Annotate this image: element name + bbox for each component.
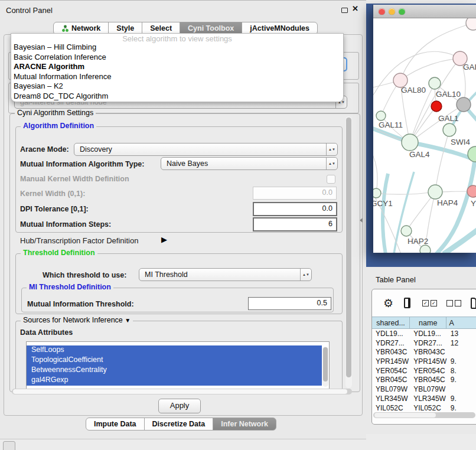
table-hscrollbar[interactable] — [373, 412, 475, 418]
table-row[interactable]: YDR27...YDR27...12 — [372, 338, 476, 348]
columns-icon[interactable] — [404, 298, 410, 308]
aracne-mode-combobox[interactable]: Discovery ▲▼ — [74, 143, 338, 156]
table-row[interactable]: YER054CYER054C8. — [372, 366, 476, 376]
table-body[interactable]: YDL19...YDL19...13YDR27...YDR27...12YBR0… — [372, 329, 476, 412]
table-cell: YIL052C — [372, 403, 410, 413]
table-row[interactable]: YBR043CYBR043C — [372, 347, 476, 357]
sources-collapse-icon[interactable]: ▼ — [125, 317, 131, 324]
table-row[interactable]: YLR345WYLR345W9. — [372, 394, 476, 403]
hub-expand-icon[interactable]: ▶ — [161, 235, 167, 244]
table-cell: YDR27... — [372, 338, 410, 348]
algorithm-option-bayesian-k2[interactable]: Bayesian – K2 — [11, 81, 343, 92]
algorithm-option-dream8-dc-tdc-algorithm[interactable]: Dream8 DC_TDC Algorithm — [11, 92, 343, 102]
network-node-gal11[interactable] — [376, 111, 386, 120]
combo-stepper-icon: ▲▼ — [300, 269, 311, 281]
table-cell: YBR045C — [410, 375, 447, 384]
unchecked-checkboxes-icon[interactable] — [446, 300, 461, 306]
table-panel-title: Table Panel — [376, 275, 416, 284]
which-threshold-combobox[interactable]: MI Threshold ▲▼ — [139, 268, 312, 281]
network-node-gal10[interactable] — [429, 77, 441, 89]
table-row[interactable]: YBR045CYBR045C9. — [372, 375, 476, 384]
bottom-tab-impute-data-label: Impute Data — [94, 420, 136, 428]
minimize-button[interactable] — [389, 8, 395, 15]
bottom-tabs: Impute DataDiscretize DataInfer Network — [86, 418, 276, 431]
column-header-name[interactable]: name — [410, 317, 446, 329]
table-row[interactable]: YBL079WYBL079W — [372, 384, 476, 394]
attribute-item-betweennesscentrality[interactable]: BetweennessCentrality — [27, 366, 322, 376]
network-node-y[interactable] — [467, 185, 476, 197]
network-node-gcy1[interactable] — [373, 188, 381, 198]
data-attributes-label: Data Attributes — [20, 328, 73, 337]
zoom-button[interactable] — [399, 8, 405, 15]
tab-jactivemnodules-label: jActiveMNodules — [250, 24, 309, 32]
column-header-shared[interactable]: shared... — [372, 317, 410, 329]
table-row[interactable]: YIL052CYIL052C9. — [372, 403, 476, 413]
apply-button[interactable]: Apply — [158, 399, 201, 413]
mi-threshold-input[interactable]: 0.5 — [248, 297, 331, 310]
mi-type-combobox[interactable]: Naive Bayes ▲▼ — [161, 157, 338, 170]
close-panel-icon[interactable]: ✕ — [352, 4, 358, 13]
tab-select-label: Select — [150, 24, 172, 32]
settings-scrollbar[interactable] — [345, 116, 352, 388]
bottom-tab-impute-data[interactable]: Impute Data — [86, 418, 145, 431]
table-toolbar: ⚙ ✓ ✓ — [372, 289, 476, 317]
aracne-mode-value: Discovery — [80, 145, 112, 154]
network-window-titlebar[interactable] — [373, 5, 476, 18]
bottom-tab-discretize-data[interactable]: Discretize Data — [144, 418, 214, 431]
checked-checkboxes-icon[interactable]: ✓ ✓ — [422, 300, 437, 306]
table-cell: 9. — [447, 375, 476, 384]
table-cell: YLR345W — [372, 394, 410, 403]
threshold-definition-title: Threshold Definition — [21, 249, 97, 257]
table-cell: 9. — [447, 394, 476, 403]
dropdown-placeholder: Select algorithm to view settings — [11, 34, 343, 43]
table-cell: YER054C — [372, 366, 410, 376]
table-cell: YIL052C — [410, 403, 447, 413]
data-attributes-list[interactable]: SelfLoopsTopologicalCoefficientBetweenne… — [26, 341, 330, 389]
attributes-list-scrollbar[interactable] — [322, 347, 328, 387]
which-threshold-label: Which threshold to use: — [43, 271, 126, 279]
network-node[interactable] — [466, 18, 476, 30]
network-canvas[interactable]: GALGAL80GAL10GAL1SWI4GAL11GAL4GCY1HAP4YH… — [373, 18, 476, 253]
table-cell: YER054C — [410, 366, 447, 376]
node-label-gcy1: GCY1 — [373, 199, 393, 208]
mi-type-value: Naive Bayes — [167, 159, 208, 168]
panel-divider-handle[interactable] — [360, 218, 363, 223]
table-cell: 9. — [447, 403, 476, 413]
mi-steps-input[interactable]: 6 — [253, 217, 337, 231]
column-header-a[interactable]: A — [446, 317, 476, 329]
mi-type-label: Mutual Information Algorithm Type: — [20, 160, 144, 168]
table-row[interactable]: YDL19...YDL19...13 — [372, 329, 476, 338]
attribute-item-gal4rgexp[interactable]: gal4RGexp — [27, 376, 322, 386]
algorithm-option-basic-correlation-inference[interactable]: Basic Correlation Inference — [11, 53, 343, 63]
settings-hscrollbar[interactable] — [12, 389, 352, 394]
table-cell: YLR345W — [410, 394, 447, 403]
network-node-hap2[interactable] — [401, 226, 412, 236]
settings-scrollbar-thumb[interactable] — [346, 118, 351, 377]
close-button[interactable] — [379, 8, 385, 15]
network-node[interactable] — [420, 245, 431, 253]
network-node-gal1[interactable] — [431, 101, 442, 112]
table-cell: YBL079W — [410, 384, 447, 394]
attribute-item-selfloops[interactable]: SelfLoops — [27, 345, 322, 356]
table-row[interactable]: YPR145WYPR145W9. — [372, 357, 476, 366]
sources-group-title: Sources for Network Inference ▼ — [21, 316, 133, 324]
node-label-gal10: GAL10 — [436, 90, 461, 99]
network-node[interactable] — [457, 97, 471, 112]
node-label-hap4: HAP4 — [437, 198, 458, 207]
dpi-tolerance-input[interactable]: 0.0 — [253, 202, 337, 216]
algorithm-option-bayesian-hill-climbing[interactable]: Bayesian – Hill Climbing — [11, 43, 343, 53]
document-icon[interactable] — [471, 298, 476, 309]
gear-icon[interactable]: ⚙ — [383, 298, 393, 309]
float-panel-icon[interactable] — [341, 8, 348, 13]
algorithm-option-mutual-information-inference[interactable]: Mutual Information Inference — [11, 72, 343, 82]
bottom-tab-infer-network[interactable]: Infer Network — [213, 418, 276, 431]
network-node-hap4[interactable] — [428, 185, 442, 199]
network-node-gal4[interactable] — [402, 134, 418, 151]
algorithm-option-aracne-algorithm[interactable]: ARACNE Algorithm — [11, 62, 343, 72]
manual-kernel-checkbox[interactable] — [327, 175, 335, 184]
network-node-swi4[interactable] — [443, 123, 456, 136]
bottom-left-widget[interactable] — [3, 441, 15, 450]
attribute-item-topologicalcoefficient[interactable]: TopologicalCoefficient — [27, 356, 322, 366]
combo-stepper-icon: ▲▼ — [326, 158, 337, 169]
kernel-width-input[interactable]: 0.0 — [253, 187, 337, 200]
